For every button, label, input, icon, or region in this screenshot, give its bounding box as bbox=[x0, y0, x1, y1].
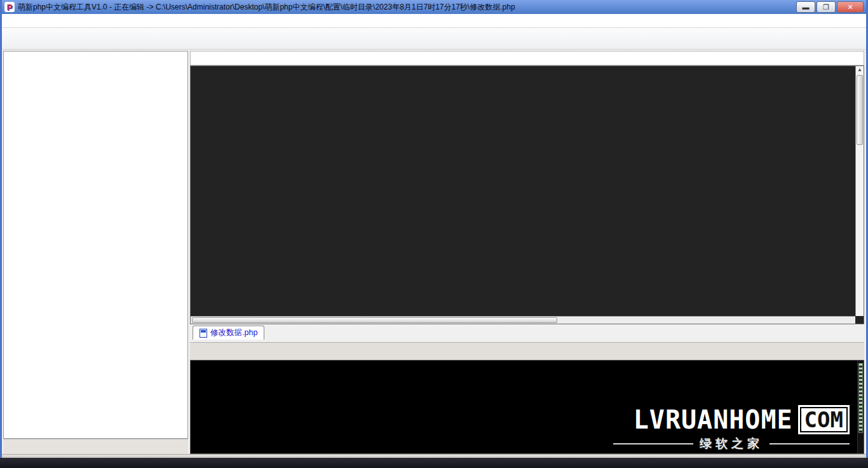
document-icon bbox=[200, 329, 207, 338]
close-button[interactable]: ✕ bbox=[837, 1, 864, 13]
watermark-line bbox=[613, 443, 693, 444]
code-area[interactable] bbox=[191, 66, 855, 316]
scroll-up-icon[interactable]: ▲ bbox=[856, 66, 864, 74]
file-tab[interactable]: 修改数据.php bbox=[193, 326, 264, 340]
hint-panel: LVRUANHOME COM 绿软之家 bbox=[190, 360, 864, 454]
project-tree-panel bbox=[3, 51, 188, 439]
toolbar bbox=[2, 28, 866, 50]
hint-scrollbar[interactable] bbox=[857, 361, 864, 453]
editor-vscroll-thumb[interactable] bbox=[857, 75, 863, 145]
watermark-text: LVRUANHOME bbox=[634, 406, 793, 434]
watermark-line bbox=[770, 443, 850, 444]
app-window: P 萌新php中文编程工具V1.0 - 正在编辑 -> C:\Users\Adm… bbox=[0, 0, 868, 458]
menubar bbox=[2, 14, 866, 28]
screen: P 萌新php中文编程工具V1.0 - 正在编辑 -> C:\Users\Adm… bbox=[0, 0, 868, 468]
sidebar-tabs bbox=[3, 439, 188, 454]
bottom-panel-tabs bbox=[190, 342, 864, 360]
minimize-button[interactable]: ▬ bbox=[796, 1, 815, 13]
project-sidebar bbox=[2, 50, 189, 454]
editor-vertical-scrollbar[interactable]: ▲ bbox=[855, 66, 864, 316]
main-area: ▲ 修改数据.php bbox=[2, 50, 866, 454]
path-toolbar bbox=[190, 51, 864, 65]
app-logo-icon: P bbox=[4, 2, 15, 12]
hint-text bbox=[191, 361, 864, 367]
hint-scroll-thumb[interactable] bbox=[858, 363, 863, 433]
editor-column: ▲ 修改数据.php bbox=[189, 50, 866, 454]
watermark-subtitle: 绿软之家 bbox=[700, 436, 763, 452]
watermark-box: COM bbox=[798, 405, 850, 434]
project-tree bbox=[4, 52, 187, 55]
window-title: 萌新php中文编程工具V1.0 - 正在编辑 -> C:\Users\Admin… bbox=[18, 2, 791, 13]
editor-hscroll-thumb[interactable] bbox=[192, 317, 557, 323]
file-tab-label: 修改数据.php bbox=[210, 327, 257, 338]
titlebar[interactable]: P 萌新php中文编程工具V1.0 - 正在编辑 -> C:\Users\Adm… bbox=[2, 0, 866, 14]
file-tab-bar: 修改数据.php bbox=[190, 324, 864, 340]
watermark: LVRUANHOME COM 绿软之家 bbox=[613, 405, 850, 452]
code-editor[interactable]: ▲ bbox=[190, 65, 864, 324]
taskbar bbox=[0, 458, 868, 468]
editor-horizontal-scrollbar[interactable] bbox=[191, 316, 855, 324]
restore-button[interactable]: ❐ bbox=[817, 1, 836, 13]
